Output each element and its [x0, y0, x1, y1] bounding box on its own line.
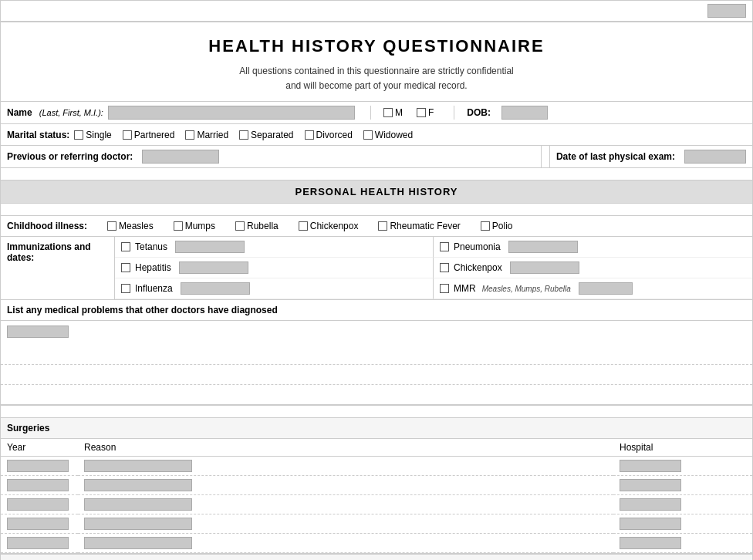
checkbox-measles-icon [107, 221, 116, 231]
name-label: Name [7, 107, 32, 118]
top-bar [0, 0, 753, 22]
marital-married[interactable]: Married [185, 130, 228, 140]
surgery-year-3[interactable] [7, 498, 69, 511]
immunizations-row: Immunizations and dates: Tetanus Pneumon… [1, 237, 752, 300]
exam-input[interactable] [684, 150, 746, 164]
surgery-row [1, 514, 752, 534]
hepatitis-input[interactable] [179, 261, 248, 274]
checkbox-polio-icon [481, 221, 490, 231]
illness-chickenpox[interactable]: Chickenpox [299, 221, 359, 231]
gender-dob-group: M F DOB: [364, 106, 548, 120]
tetanus-input[interactable] [175, 241, 245, 253]
col-hospital: Hospital [613, 439, 752, 457]
col-year: Year [1, 439, 78, 457]
immun-hepatitis: Hepatitis [115, 258, 434, 278]
surgery-year-1[interactable] [7, 460, 69, 472]
surgery-hospital-2[interactable] [620, 479, 681, 491]
gender-m-checkbox[interactable]: M [383, 107, 403, 118]
empty-line-3 [1, 385, 752, 405]
surgery-row [1, 476, 752, 495]
surgery-hospital-5[interactable] [620, 537, 681, 549]
marital-single[interactable]: Single [74, 130, 111, 140]
subtitle: All questions contained in this question… [16, 64, 737, 93]
marital-separated[interactable]: Separated [239, 130, 293, 140]
page: HEALTH HISTORY QUESTIONNAIRE All questio… [0, 0, 753, 560]
surgery-row [1, 457, 752, 476]
medical-problems-input[interactable] [7, 326, 69, 338]
surgeries-header: Surgeries [1, 418, 752, 439]
surgery-reason-5[interactable] [84, 537, 192, 549]
checkbox-m-icon [383, 108, 393, 117]
main-container: HEALTH HISTORY QUESTIONNAIRE All questio… [0, 22, 753, 560]
checkbox-chickenpox-immun-icon[interactable] [440, 263, 449, 272]
main-title: HEALTH HISTORY QUESTIONNAIRE [16, 36, 737, 56]
influenza-input[interactable] [181, 282, 250, 295]
illness-list: Measles Mumps Rubella Chickenpox Rheumat… [107, 221, 521, 231]
immun-tetanus: Tetanus [115, 237, 434, 258]
immunizations-grid: Tetanus Pneumonia Hepatitis Chickenpox [115, 237, 752, 299]
immun-influenza: Influenza [115, 278, 434, 299]
checkbox-chickenpox-icon [299, 221, 308, 231]
name-input[interactable] [108, 106, 355, 120]
childhood-row: Childhood illness: Measles Mumps Rubella… [1, 216, 752, 237]
surgery-year-4[interactable] [7, 518, 69, 530]
mmr-subtitle: Measles, Mumps, Rubella [482, 285, 571, 293]
illness-measles[interactable]: Measles [107, 221, 154, 231]
pneumonia-input[interactable] [508, 241, 578, 253]
surgery-row [1, 534, 752, 553]
checkbox-pneumonia-icon[interactable] [440, 242, 449, 251]
name-row: Name (Last, First, M.I.): M F DOB: [1, 102, 752, 124]
illness-polio[interactable]: Polio [481, 221, 513, 231]
chickenpox-input[interactable] [510, 261, 579, 274]
exam-label: Date of last physical exam: [556, 151, 675, 162]
checkbox-mumps-icon [174, 221, 183, 231]
immun-chickenpox: Chickenpox [434, 258, 752, 278]
dob-input[interactable] [501, 106, 548, 120]
mmr-input[interactable] [579, 282, 633, 295]
surgery-reason-4[interactable] [84, 518, 192, 530]
checkbox-mmr-icon[interactable] [440, 284, 449, 293]
checkbox-partnered-icon [123, 130, 132, 140]
doctor-label: Previous or referring doctor: [7, 151, 133, 162]
empty-line-2 [1, 365, 752, 385]
checkbox-rheumatic-icon [378, 221, 387, 231]
surgeries-header-row: Year Reason Hospital [1, 439, 752, 457]
marital-divorced[interactable]: Divorced [305, 130, 353, 140]
marital-options: Single Partnered Married Separated Divor… [74, 130, 424, 140]
doctor-input[interactable] [142, 150, 219, 164]
checkbox-widowed-icon [363, 130, 373, 140]
surgery-year-5[interactable] [7, 537, 69, 549]
checkbox-separated-icon [239, 130, 248, 140]
illness-mumps[interactable]: Mumps [174, 221, 215, 231]
surgery-hospital-3[interactable] [620, 498, 681, 511]
surgery-row [1, 495, 752, 514]
surgery-reason-2[interactable] [84, 479, 192, 491]
surgery-hospital-1[interactable] [620, 460, 681, 472]
col-reason: Reason [78, 439, 613, 457]
immunizations-label: Immunizations and dates: [1, 237, 115, 299]
gender-f-checkbox[interactable]: F [417, 107, 434, 118]
surgeries-section: Surgeries Year Reason Hospital [1, 418, 752, 554]
surgeries-table: Year Reason Hospital [1, 439, 752, 553]
checkbox-influenza-icon[interactable] [121, 284, 130, 293]
immun-pneumonia: Pneumonia [434, 237, 752, 258]
surgery-reason-3[interactable] [84, 498, 192, 511]
top-bar-input[interactable] [707, 4, 746, 18]
marital-label: Marital status: [7, 130, 69, 140]
checkbox-married-icon [185, 130, 194, 140]
dob-label: DOB: [467, 107, 491, 118]
blank-row-3 [1, 406, 752, 418]
illness-rubella[interactable]: Rubella [235, 221, 279, 231]
surgery-reason-1[interactable] [84, 460, 192, 472]
empty-line-1 [1, 345, 752, 365]
marital-partnered[interactable]: Partnered [123, 130, 175, 140]
checkbox-single-icon [74, 130, 83, 140]
childhood-label: Childhood illness: [7, 221, 107, 231]
surgery-year-2[interactable] [7, 479, 69, 491]
checkbox-tetanus-icon[interactable] [121, 242, 130, 251]
surgery-hospital-4[interactable] [620, 518, 681, 530]
marital-widowed[interactable]: Widowed [363, 130, 413, 140]
checkbox-hepatitis-icon[interactable] [121, 263, 130, 272]
illness-rheumatic-fever[interactable]: Rheumatic Fever [378, 221, 460, 231]
immun-mmr: MMR Measles, Mumps, Rubella [434, 278, 752, 299]
